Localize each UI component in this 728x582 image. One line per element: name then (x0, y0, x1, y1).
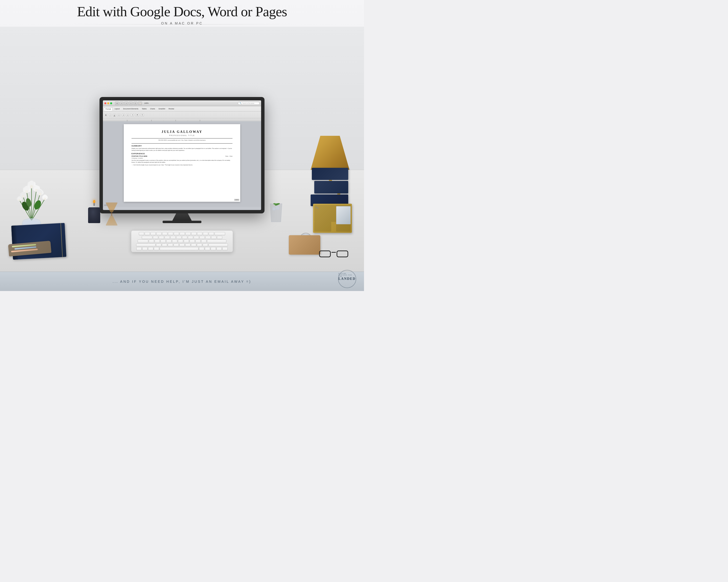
key (166, 240, 172, 243)
key-row-4 (133, 244, 231, 247)
key-left (211, 247, 216, 250)
footer-text: ... AND IF YOU NEED HELP, I'M JUST AN EM… (112, 280, 251, 283)
glasses-bridge (332, 252, 336, 253)
align-right-button[interactable]: ≡ (126, 114, 129, 116)
toolbar-search-box[interactable]: 🔍 Search in Document (238, 102, 260, 105)
key (193, 236, 199, 239)
key-delete (214, 232, 225, 235)
search-placeholder: Search in Document (242, 103, 254, 104)
logo-brand-name: LANDED (338, 277, 356, 281)
logo-circle: RESUME DESIGNS FOR THE LANDED (338, 270, 356, 288)
numbering-button[interactable]: ① (140, 113, 144, 116)
key (180, 232, 185, 235)
key (168, 244, 173, 247)
key (174, 232, 179, 235)
indent-button[interactable]: ⇥ (131, 113, 134, 116)
desk-scene: ⊞ ↩ ↪ ✂ ⎘ 📋 149% 🔍 Search in Document (0, 27, 364, 272)
key-row-3 (133, 240, 231, 243)
svg-point-8 (33, 199, 43, 211)
toolbar-icon-3[interactable]: ↪ (124, 102, 128, 105)
key (182, 236, 187, 239)
bold-button[interactable]: B (104, 114, 107, 116)
maximize-button[interactable] (110, 102, 112, 104)
drinking-glass (268, 202, 284, 224)
tab-layout[interactable]: Layout (113, 107, 121, 110)
align-left-button[interactable]: ≡ (118, 114, 120, 116)
key-right (222, 247, 228, 250)
key (159, 236, 164, 239)
tab-smartart[interactable]: SmartArt (157, 107, 167, 110)
resume-divider-bottom (132, 143, 232, 144)
key (196, 240, 201, 243)
key (209, 232, 214, 235)
key (201, 240, 207, 243)
svg-point-44 (44, 198, 46, 200)
key (172, 240, 177, 243)
key (162, 232, 167, 235)
toolbar-icon-2[interactable]: ↩ (120, 102, 124, 105)
ribbon-controls: B I U ≡ ≡ ≡ ⇥ ≔ ① (103, 112, 261, 118)
candle-flame (93, 200, 95, 203)
key (168, 232, 173, 235)
position-bullet-1: Don't limit the length of your resume ba… (132, 164, 232, 166)
ribbon-tabs: Format Layout Document Elements Tables C… (103, 106, 261, 112)
key (139, 232, 144, 235)
toolbar-icon-5[interactable]: ⎘ (133, 102, 137, 105)
eyeglasses (318, 249, 349, 258)
ruler-svg (103, 118, 261, 121)
svg-point-40 (38, 193, 42, 195)
page-number: 149% (234, 199, 239, 201)
key (205, 236, 211, 239)
key-cmd-left (154, 247, 159, 250)
toolbar-icon-4[interactable]: ✂ (129, 102, 133, 105)
position-title: POSITION TITLE HERE (132, 156, 147, 157)
monitor-stand (172, 213, 192, 221)
notebook-elastic (60, 223, 62, 257)
resume-contact: 555.555.5555 | youremail@mail.com | City… (132, 139, 232, 141)
svg-point-48 (19, 199, 20, 201)
key (211, 236, 216, 239)
key-tab (142, 236, 152, 239)
summary-section-title: SUMMARY (132, 145, 232, 147)
toolbar-icon-6[interactable]: 📋 (138, 102, 142, 105)
italic-button[interactable]: I (109, 114, 111, 116)
tab-charts[interactable]: Charts (149, 107, 157, 110)
toolbar-icons: ⊞ ↩ ↪ ✂ ⎘ 📋 149% (115, 102, 237, 105)
key-row-5 (133, 247, 231, 250)
hourglass-top (106, 202, 118, 212)
minimize-button[interactable] (107, 102, 109, 104)
tab-tables[interactable]: Tables (140, 107, 148, 110)
flower-arrangement (7, 163, 56, 230)
key (160, 240, 166, 243)
tab-document-elements[interactable]: Document Elements (122, 107, 140, 110)
key (164, 236, 170, 239)
zoom-display: 149% (144, 102, 149, 104)
flowers-svg (7, 163, 56, 230)
candle-wick (94, 203, 95, 206)
key (149, 240, 154, 243)
underline-button[interactable]: U (113, 114, 116, 116)
key-alt-left (148, 247, 153, 250)
marble-card (336, 206, 350, 224)
position-company: Company, Location (132, 157, 232, 159)
tab-format[interactable]: Format (104, 107, 112, 111)
key-ctrl (142, 247, 148, 250)
close-button[interactable] (104, 102, 106, 104)
book-1 (312, 168, 348, 180)
brand-logo: RESUME DESIGNS FOR THE LANDED (337, 269, 357, 288)
experience-section-title: EXPERIENCE (132, 153, 232, 155)
align-center-button[interactable]: ≡ (122, 114, 125, 116)
lamp-shade (311, 136, 349, 170)
organizer-frame: ✂ (313, 204, 352, 233)
envelope-body (289, 235, 320, 255)
header-section: Edit with Google Docs, Word or Pages ON … (0, 0, 364, 27)
key (197, 244, 202, 247)
toolbar-icon-1[interactable]: ⊞ (115, 102, 119, 105)
bullets-button[interactable]: ≔ (135, 113, 139, 116)
key (189, 240, 195, 243)
monitor-base (163, 221, 201, 223)
tab-review[interactable]: Review (167, 107, 176, 110)
hourglass (104, 202, 119, 227)
key-alt-right (205, 247, 210, 250)
subtitle: ON A MAC OR PC (161, 21, 203, 25)
